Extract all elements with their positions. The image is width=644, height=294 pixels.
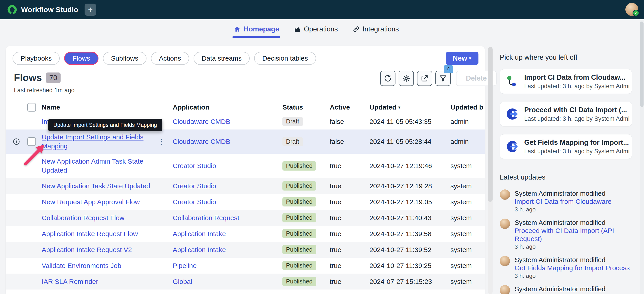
column-header-application[interactable]: Application <box>173 103 282 111</box>
flow-name-link[interactable]: Update Import Settings and Fields Mappin… <box>42 133 144 150</box>
table-row[interactable]: Validate Environments Job ⋮ Pipeline Pub… <box>6 258 485 273</box>
update-actor: System Administrator modified <box>514 219 632 227</box>
top-navbar: Workflow Studio + ✓ <box>0 0 644 19</box>
status-badge: Published <box>282 245 316 254</box>
update-avatar <box>500 256 510 266</box>
integrations-icon <box>352 26 360 33</box>
updated-value: 2024-11-05 05:28:44 <box>370 138 450 145</box>
updated-value: 2024-10-27 11:39:52 <box>370 246 450 254</box>
tab-integrations[interactable]: Integrations <box>352 25 399 38</box>
application-link[interactable]: Cloudaware CMDB <box>173 118 230 125</box>
pill-decision-tables[interactable]: Decision tables <box>254 52 316 65</box>
update-link[interactable]: Proceed with CI Data Import (API Request… <box>514 227 632 243</box>
tab-homepage[interactable]: Homepage <box>234 25 279 38</box>
table-row[interactable]: New Request App Approval Flow ⋮ Creator … <box>6 194 485 210</box>
proceed-icon <box>506 108 519 121</box>
updated-value: 2024-07-27 15:15:23 <box>370 278 450 285</box>
active-value: true <box>330 214 370 222</box>
application-link[interactable]: Pipeline <box>173 262 197 269</box>
flow-name-link[interactable]: New Request App Approval Flow <box>42 198 140 206</box>
tooltip: Update Import Settings and Fields Mappin… <box>48 119 162 131</box>
home-icon <box>234 26 241 33</box>
info-icon[interactable] <box>12 138 20 145</box>
application-link[interactable]: Creator Studio <box>173 182 216 190</box>
pickup-card[interactable]: Proceed with CI Data Import (... Last up… <box>500 102 632 126</box>
application-link[interactable]: Collaboration Request <box>173 214 239 221</box>
column-header-updated-by[interactable]: Updated b <box>450 103 485 111</box>
row-kebab-menu[interactable]: ⋮ <box>158 139 165 144</box>
flow-name-link[interactable]: New Application Task State Updated <box>42 182 150 190</box>
user-avatar[interactable]: ✓ <box>626 3 638 16</box>
column-header-name[interactable]: Name <box>42 103 173 111</box>
tab-label: Integrations <box>362 25 399 33</box>
export-button[interactable] <box>417 71 432 86</box>
page-scrollbar-thumb[interactable] <box>640 22 644 107</box>
new-button[interactable]: New▾ <box>446 52 478 65</box>
table-row[interactable]: New Application Admin Task State Updated… <box>6 154 485 178</box>
update-link[interactable]: Get Import Settings <box>514 293 606 294</box>
refresh-button[interactable] <box>380 71 396 86</box>
update-link[interactable]: Import CI Data from Cloudaware <box>514 197 612 206</box>
pickup-card[interactable]: Get Fields Mapping for Import... Last up… <box>500 134 632 159</box>
column-header-updated[interactable]: Updated▾ <box>370 103 450 111</box>
refresh-status: Last refreshed 1m ago <box>14 87 74 94</box>
column-header-status[interactable]: Status <box>282 103 330 111</box>
application-link[interactable]: Global <box>173 278 192 285</box>
active-value: true <box>330 162 370 170</box>
table-row[interactable]: Application Intake Request V2 ⋮ Applicat… <box>6 242 485 258</box>
table-row[interactable]: IAR SLA Reminder ⋮ Global Published true… <box>6 273 485 289</box>
table-row[interactable]: Update Import Settings and Fields Mappin… <box>6 130 485 154</box>
update-link[interactable]: Get Fields Mapping for Import Process <box>514 264 630 272</box>
pill-label: Flows <box>72 55 90 62</box>
pill-flows[interactable]: Flows <box>64 52 98 65</box>
application-link[interactable]: Cloudaware CMDB <box>173 138 230 145</box>
proceed-icon <box>506 140 519 153</box>
application-link[interactable]: Creator Studio <box>173 198 216 206</box>
flow-name-link[interactable]: Validate Environments Job <box>42 262 121 269</box>
pill-label: Subflows <box>111 55 138 62</box>
flow-name-link[interactable]: Collaboration Request Flow <box>42 214 124 221</box>
updated-value: 2024-10-27 11:40:43 <box>370 214 450 222</box>
application-link[interactable]: Application Intake <box>173 246 226 253</box>
right-sidebar: Pick up where you left off Import CI Dat… <box>500 53 632 294</box>
table-row[interactable]: Collaboration Request Flow ⋮ Collaborati… <box>6 210 485 226</box>
count-badge: 70 <box>46 73 61 83</box>
column-header-active[interactable]: Active <box>330 103 370 111</box>
page-scrollbar-track[interactable] <box>640 19 644 294</box>
pill-data-streams[interactable]: Data streams <box>194 52 250 65</box>
pill-label: Actions <box>159 55 181 62</box>
pill-playbooks[interactable]: Playbooks <box>12 52 60 65</box>
pill-actions[interactable]: Actions <box>151 52 189 65</box>
settings-button[interactable] <box>398 71 414 86</box>
update-avatar <box>500 189 510 200</box>
application-link[interactable]: Application Intake <box>173 230 226 237</box>
flow-name-link[interactable]: IAR SLA Reminder <box>42 278 98 285</box>
tab-label: Homepage <box>244 25 279 33</box>
updated-by-value: system <box>450 278 485 285</box>
workflow-studio-logo-icon <box>7 4 18 15</box>
flow-name-link[interactable]: Application Intake Request Flow <box>42 230 138 237</box>
pickup-card[interactable]: Import CI Data from Cloudaw... Last upda… <box>500 69 632 94</box>
tab-operations[interactable]: Operations <box>294 25 338 38</box>
update-actor: System Administrator modified <box>514 189 612 197</box>
flow-icon <box>506 75 519 88</box>
workflow-studio-page: Workflow Studio + ✓ Homepage Operations … <box>0 0 644 294</box>
new-tab-button[interactable]: + <box>84 4 96 16</box>
updated-by-value: admin <box>450 138 485 145</box>
sort-caret-icon: ▾ <box>398 105 400 110</box>
updated-by-value: system <box>450 262 485 269</box>
select-all-checkbox[interactable] <box>27 103 36 112</box>
list-scrollbar-track[interactable] <box>488 47 492 294</box>
table-row[interactable]: Application Intake Request Flow ⋮ Applic… <box>6 226 485 242</box>
pill-subflows[interactable]: Subflows <box>103 52 146 65</box>
active-value: true <box>330 246 370 254</box>
flow-name-link[interactable]: New Application Admin Task State Updated <box>42 158 143 174</box>
list-scrollbar-thumb[interactable] <box>488 47 492 202</box>
application-link[interactable]: Creator Studio <box>173 162 216 169</box>
list-toolbar: 4 Delete <box>380 71 497 86</box>
filter-button[interactable]: 4 <box>436 71 451 86</box>
refresh-icon <box>384 74 392 82</box>
update-actor: System Administrator modified <box>514 256 630 264</box>
flow-name-link[interactable]: Application Intake Request V2 <box>42 246 132 253</box>
table-row[interactable]: New Application Task State Updated ⋮ Cre… <box>6 178 485 194</box>
